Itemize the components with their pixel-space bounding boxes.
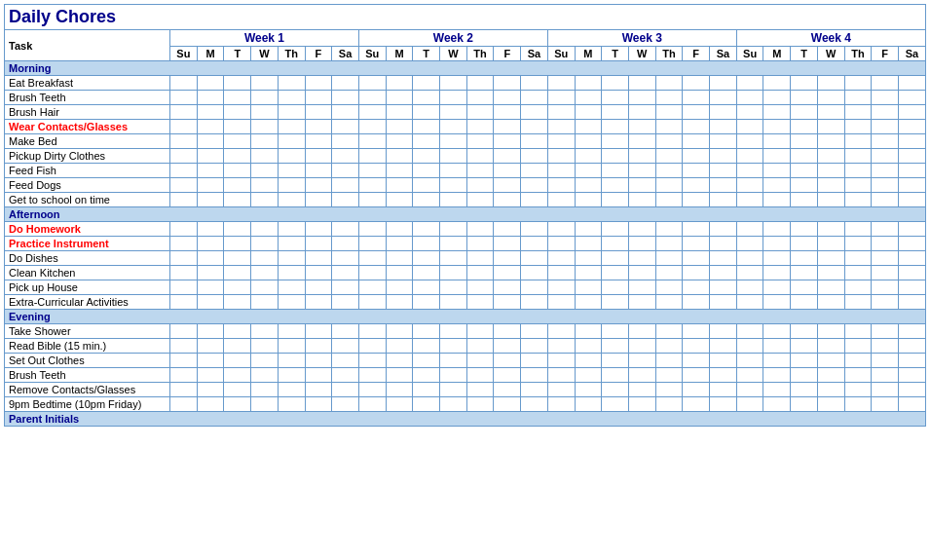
chore-cell[interactable]: [440, 105, 467, 120]
chore-cell[interactable]: [466, 383, 494, 397]
chore-cell[interactable]: [386, 237, 413, 251]
chore-cell[interactable]: [628, 251, 655, 266]
chore-cell[interactable]: [224, 76, 251, 91]
chore-cell[interactable]: [170, 76, 198, 91]
chore-cell[interactable]: [358, 178, 386, 193]
chore-cell[interactable]: [628, 295, 655, 310]
chore-cell[interactable]: [440, 120, 467, 134]
chore-cell[interactable]: [440, 222, 467, 237]
chore-cell[interactable]: [305, 105, 332, 120]
chore-cell[interactable]: [547, 397, 575, 412]
chore-cell[interactable]: [332, 295, 359, 310]
chore-cell[interactable]: [413, 339, 440, 354]
chore-cell[interactable]: [521, 164, 548, 178]
chore-cell[interactable]: [710, 178, 737, 193]
chore-cell[interactable]: [872, 339, 899, 354]
chore-cell[interactable]: [547, 193, 575, 207]
chore-cell[interactable]: [736, 134, 763, 149]
chore-cell[interactable]: [844, 280, 872, 295]
chore-cell[interactable]: [817, 295, 844, 310]
chore-cell[interactable]: [763, 149, 791, 164]
chore-cell[interactable]: [872, 368, 899, 383]
chore-cell[interactable]: [386, 222, 413, 237]
chore-cell[interactable]: [655, 324, 683, 339]
chore-cell[interactable]: [736, 251, 763, 266]
chore-cell[interactable]: [197, 280, 224, 295]
chore-cell[interactable]: [844, 164, 872, 178]
chore-cell[interactable]: [413, 178, 440, 193]
chore-cell[interactable]: [521, 237, 548, 251]
chore-cell[interactable]: [817, 76, 844, 91]
chore-cell[interactable]: [602, 120, 629, 134]
chore-cell[interactable]: [251, 76, 279, 91]
chore-cell[interactable]: [628, 368, 655, 383]
chore-cell[interactable]: [413, 383, 440, 397]
chore-cell[interactable]: [817, 105, 844, 120]
chore-cell[interactable]: [736, 383, 763, 397]
chore-cell[interactable]: [547, 324, 575, 339]
chore-cell[interactable]: [575, 397, 602, 412]
chore-cell[interactable]: [602, 178, 629, 193]
chore-cell[interactable]: [358, 193, 386, 207]
chore-cell[interactable]: [466, 105, 494, 120]
chore-cell[interactable]: [736, 266, 763, 280]
chore-cell[interactable]: [358, 105, 386, 120]
chore-cell[interactable]: [710, 383, 737, 397]
chore-cell[interactable]: [547, 237, 575, 251]
chore-cell[interactable]: [872, 280, 899, 295]
chore-cell[interactable]: [170, 354, 198, 368]
chore-cell[interactable]: [791, 222, 818, 237]
chore-cell[interactable]: [358, 120, 386, 134]
chore-cell[interactable]: [440, 324, 467, 339]
chore-cell[interactable]: [278, 266, 305, 280]
chore-cell[interactable]: [278, 280, 305, 295]
chore-cell[interactable]: [763, 295, 791, 310]
chore-cell[interactable]: [251, 91, 279, 105]
chore-cell[interactable]: [575, 120, 602, 134]
chore-cell[interactable]: [791, 280, 818, 295]
chore-cell[interactable]: [683, 178, 710, 193]
chore-cell[interactable]: [521, 91, 548, 105]
chore-cell[interactable]: [628, 120, 655, 134]
chore-cell[interactable]: [628, 193, 655, 207]
chore-cell[interactable]: [683, 105, 710, 120]
chore-cell[interactable]: [844, 266, 872, 280]
chore-cell[interactable]: [791, 149, 818, 164]
chore-cell[interactable]: [602, 280, 629, 295]
chore-cell[interactable]: [710, 237, 737, 251]
chore-cell[interactable]: [440, 368, 467, 383]
chore-cell[interactable]: [305, 295, 332, 310]
chore-cell[interactable]: [817, 237, 844, 251]
chore-cell[interactable]: [521, 324, 548, 339]
chore-cell[interactable]: [763, 324, 791, 339]
chore-cell[interactable]: [844, 324, 872, 339]
chore-cell[interactable]: [332, 222, 359, 237]
chore-cell[interactable]: [358, 397, 386, 412]
chore-cell[interactable]: [466, 251, 494, 266]
chore-cell[interactable]: [466, 266, 494, 280]
chore-cell[interactable]: [817, 149, 844, 164]
chore-cell[interactable]: [575, 149, 602, 164]
chore-cell[interactable]: [413, 354, 440, 368]
chore-cell[interactable]: [817, 368, 844, 383]
chore-cell[interactable]: [763, 91, 791, 105]
chore-cell[interactable]: [466, 339, 494, 354]
chore-cell[interactable]: [655, 105, 683, 120]
chore-cell[interactable]: [197, 339, 224, 354]
chore-cell[interactable]: [466, 134, 494, 149]
chore-cell[interactable]: [791, 120, 818, 134]
chore-cell[interactable]: [575, 266, 602, 280]
chore-cell[interactable]: [305, 222, 332, 237]
chore-cell[interactable]: [898, 91, 925, 105]
chore-cell[interactable]: [898, 164, 925, 178]
chore-cell[interactable]: [413, 91, 440, 105]
chore-cell[interactable]: [710, 397, 737, 412]
chore-cell[interactable]: [844, 76, 872, 91]
chore-cell[interactable]: [575, 324, 602, 339]
chore-cell[interactable]: [844, 237, 872, 251]
chore-cell[interactable]: [655, 251, 683, 266]
chore-cell[interactable]: [440, 91, 467, 105]
chore-cell[interactable]: [278, 354, 305, 368]
chore-cell[interactable]: [655, 120, 683, 134]
chore-cell[interactable]: [521, 120, 548, 134]
